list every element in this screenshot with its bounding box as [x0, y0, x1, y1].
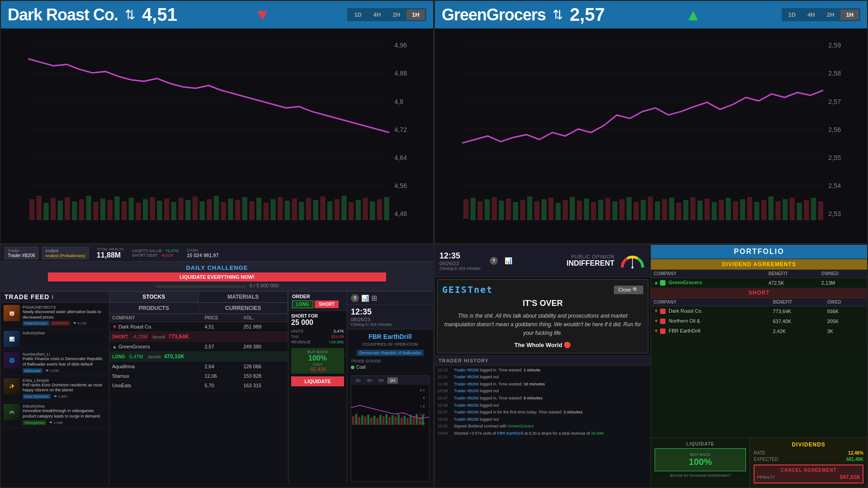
buyback-portfolio-btn[interactable]: BUY BACK 100% — [655, 448, 746, 471]
stock-vol-unoEats: 163 315 — [241, 381, 288, 390]
svg-rect-102 — [669, 198, 674, 221]
portfolio-title: PORTFOLIO — [656, 248, 863, 256]
svg-rect-101 — [662, 199, 667, 221]
cancel-agreement-btn[interactable]: CANCEL AGREEMENT PENALTY 547,01K — [754, 465, 863, 483]
tab-materials[interactable]: MATERIALS — [199, 291, 288, 302]
svg-rect-18 — [114, 197, 119, 221]
geistnet-logo: GEISTnet — [442, 284, 493, 295]
stock-company-unoEats: UnoEats — [109, 381, 202, 390]
short-label: SHORT — [112, 334, 128, 339]
svg-rect-95 — [619, 199, 624, 221]
th-text-5: Trader #B206 logged in. Time wasted: 8 m… — [454, 395, 648, 401]
short-row-northern[interactable]: ▼ Northern Oil & 637,40K 205K — [651, 316, 867, 326]
stock-row-starnux[interactable]: Starnux 12,06 153 828 — [109, 371, 288, 381]
fbr-time: 12:35 — [351, 307, 392, 317]
br-chart-icon: 📊 — [505, 257, 512, 264]
stock-price-unoEats: 5,70 — [202, 381, 241, 390]
buyback-pct: 100% — [293, 354, 342, 362]
po-text: PUBLIC OPINION INDIFFERENT — [566, 254, 614, 267]
question-mark-icon[interactable]: ? — [351, 294, 359, 302]
long-order-button[interactable]: LONG — [292, 300, 313, 308]
tf-2h-dark[interactable]: 2H — [387, 9, 406, 20]
tab-currencies[interactable]: CURRENCIES — [199, 303, 288, 314]
liquidate-button[interactable]: LIQUIDATE — [291, 376, 344, 386]
br-question-icon[interactable]: ? — [490, 257, 498, 265]
country-tag-container: Democratic Republic of Balkuadar — [351, 348, 429, 357]
svg-text:2,53: 2,53 — [828, 210, 841, 218]
revenue-row: REVENUE +24,99K — [291, 340, 344, 344]
order-type-btns: LONG SHORT — [292, 300, 343, 308]
tf-4h-gg[interactable]: 4H — [802, 9, 821, 20]
dark-roast-chart-svg: 4,96 4,88 4,8 4,72 4,64 4,56 4,48 400K 2… — [28, 31, 415, 241]
feed-avatar-1: 🐷 — [4, 305, 20, 321]
dark-roast-direction-icon: ▼ — [254, 5, 270, 24]
div-row-gg[interactable]: ▲ GreenGrocers 472,5K 2,13M — [651, 278, 867, 288]
svg-rect-81 — [520, 200, 525, 220]
short-row-fbr[interactable]: ▼ FBR EarthDrill 2,42K 3K — [651, 326, 867, 336]
feed-avatar-3: 🌐 — [4, 352, 20, 368]
stock-vol-starnux: 153 828 — [241, 371, 288, 381]
feed-tag-val1: ❤ 9,21K — [71, 321, 89, 326]
fbr-tf-1d[interactable]: 1D — [353, 377, 363, 384]
fbr-tf-1h[interactable]: 1H — [387, 377, 398, 384]
svg-text:2,59: 2,59 — [828, 42, 841, 49]
trade-feed-header: TRADE FEED ℹ — [1, 291, 109, 303]
svg-rect-113 — [747, 197, 752, 220]
feed-text-3: Public Finance crisis in Democratic Repu… — [23, 357, 106, 367]
order-header: ORDER LONG SHORT — [288, 291, 347, 311]
feed-content-3: NumberBert_Li Public Finance crisis in D… — [23, 352, 106, 373]
stock-company-gg: ▲ GreenGrocers — [109, 342, 202, 352]
fbr-tf-4h[interactable]: 4H — [364, 377, 375, 384]
svg-rect-11 — [65, 197, 70, 220]
fbr-company: FBR EarthDrill — [351, 333, 429, 340]
feed-tags-5: Videogames ❤ 1,09K — [23, 420, 106, 425]
tf-1d-gg[interactable]: 1D — [783, 9, 802, 20]
dividends-action-section: DIVIDENDS RATE 12,46% EXPECTED 681,45K C… — [750, 438, 867, 487]
short-icon-no — [660, 319, 665, 324]
debt-label: SHORT DEBT — [132, 253, 158, 258]
br-date: 09/26/23 — [439, 261, 481, 266]
th-time-2: 12:11 — [438, 374, 451, 380]
svg-rect-39 — [264, 203, 269, 221]
dark-roast-chart-area: 4,96 4,88 4,8 4,72 4,64 4,56 4,48 400K 2… — [1, 28, 433, 244]
svg-rect-43 — [292, 198, 297, 220]
feed-avatar-2: 📊 — [4, 331, 20, 347]
svg-text:8: 8 — [423, 396, 425, 400]
stock-row-aquafirma[interactable]: Aquafirma 2,64 128 066 — [109, 362, 288, 371]
feed-text-5: Innovation breakthrough in videogames pr… — [23, 408, 106, 419]
liquidate-everything-button[interactable]: LIQUIDATE EVERYTHING NOW! — [48, 272, 387, 282]
svg-rect-91 — [591, 202, 596, 220]
svg-rect-150 — [401, 418, 403, 425]
svg-rect-14 — [86, 196, 91, 220]
tf-2h-gg[interactable]: 2H — [821, 9, 840, 20]
svg-text:2,54: 2,54 — [828, 182, 841, 189]
green-grocers-chart-area: 2,59 2,58 2,57 2,56 2,55 2,54 2,53 400K … — [435, 28, 867, 244]
tf-1h-gg[interactable]: 1H — [840, 9, 859, 20]
tf-1d-dark[interactable]: 1D — [349, 9, 367, 20]
svg-rect-27 — [178, 198, 183, 221]
svg-rect-44 — [299, 202, 304, 220]
tax-value: $10,08 — [331, 334, 344, 339]
order-panel: ORDER LONG SHORT SHORT FOR 25 000 UNITS … — [288, 291, 347, 484]
short-row-darkroast[interactable]: ▼ Dark Roast Co. 773,64K 936K — [651, 306, 867, 316]
stock-row-unoEats[interactable]: UnoEats 5,70 163 315 — [109, 381, 288, 390]
svg-rect-33 — [221, 202, 226, 220]
short-order-button[interactable]: SHORT — [315, 300, 339, 308]
geistnet-close-button[interactable]: Close 🔍 — [614, 286, 643, 294]
stock-row-darkroast[interactable]: ▼ Dark Roast Co. 4,51 251 989 — [109, 322, 288, 332]
svg-rect-107 — [704, 198, 709, 220]
tab-products[interactable]: PRODUCTS — [109, 303, 199, 314]
tf-4h-dark[interactable]: 4H — [368, 9, 387, 20]
dividend-section-header: DIVIDEND AGREEMENTS — [651, 259, 867, 270]
svg-rect-46 — [313, 200, 318, 220]
stock-row-gg[interactable]: ▲ GreenGrocers 2,57 249 380 — [109, 342, 288, 352]
svg-text:4,72: 4,72 — [394, 126, 407, 133]
tab-stocks[interactable]: STOCKS — [109, 291, 199, 302]
feed-tag-videogames: Videogames — [23, 420, 46, 425]
th-text-4: Trader #B206 logged out — [454, 388, 648, 394]
fbr-tf-2h[interactable]: 2H — [376, 377, 387, 384]
bound-dividend-label: BOUND BY DIVIDEND AGREEMENT — [655, 473, 746, 478]
feed-tag-euric: Euric Dominion — [23, 394, 51, 399]
tf-1h-dark[interactable]: 1H — [406, 9, 425, 20]
penalty-row: PENALTY 547,01K — [757, 474, 860, 480]
